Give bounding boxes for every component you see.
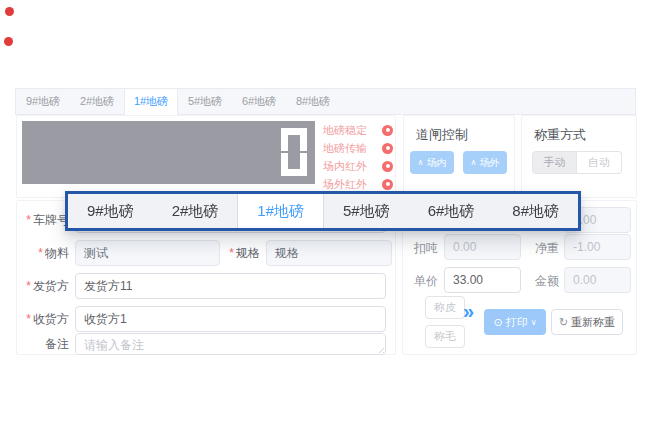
amount-label: 金额 bbox=[521, 273, 559, 290]
caret-down-icon: ∨ bbox=[531, 318, 537, 327]
overlay-tab-scale-5[interactable]: 5#地磅 bbox=[324, 194, 409, 228]
tab-bar-filler bbox=[340, 89, 635, 115]
material-label: 物料 bbox=[45, 246, 69, 260]
tab-magnifier-overlay: 9#地磅 2#地磅 1#地磅 5#地磅 6#地磅 8#地磅 bbox=[65, 191, 581, 231]
shipper-row: *发货方 bbox=[17, 273, 395, 299]
weigh-mode-card: 称重方式 手动 自动 bbox=[521, 115, 637, 198]
gate-outer-button[interactable]: ∧ 场外 bbox=[463, 151, 507, 174]
spec-input[interactable] bbox=[266, 240, 392, 266]
remark-row: 备注 bbox=[17, 332, 395, 356]
status-infrared-inner: 场内红外 bbox=[323, 157, 393, 175]
gate-inner-button[interactable]: ∧ 场内 bbox=[410, 151, 454, 174]
weighbridge-app: 9#地磅 2#地磅 1#地磅 5#地磅 6#地磅 8#地磅 0 地磅稳定 地磅传… bbox=[0, 0, 650, 430]
red-indicator-dot bbox=[4, 37, 13, 46]
overlay-tab-scale-6[interactable]: 6#地磅 bbox=[409, 194, 494, 228]
refresh-icon: ↻ bbox=[559, 316, 568, 329]
red-indicator-dot bbox=[5, 7, 14, 16]
receiver-label: 收货方 bbox=[33, 312, 69, 326]
overlay-tab-scale-2[interactable]: 2#地磅 bbox=[153, 194, 238, 228]
weigh-gross-button[interactable]: 称毛 bbox=[425, 325, 465, 348]
plate-label: 车牌号 bbox=[33, 213, 69, 227]
print-button[interactable]: ⊙ 打印 ∨ bbox=[484, 309, 546, 335]
tab-scale-6[interactable]: 6#地磅 bbox=[232, 89, 286, 115]
weigh-tare-button[interactable]: 称皮 bbox=[425, 296, 465, 319]
tab-scale-1-active[interactable]: 1#地磅 bbox=[124, 89, 178, 115]
status-scale-stable: 地磅稳定 bbox=[323, 121, 393, 139]
overlay-tab-scale-9[interactable]: 9#地磅 bbox=[68, 194, 153, 228]
amount-input[interactable] bbox=[564, 267, 631, 293]
scale-tab-bar: 9#地磅 2#地磅 1#地磅 5#地磅 6#地磅 8#地磅 bbox=[15, 88, 636, 115]
deduct-input[interactable] bbox=[444, 234, 521, 260]
status-error-icon bbox=[382, 125, 393, 136]
tab-scale-8[interactable]: 8#地磅 bbox=[286, 89, 340, 115]
weigh-mode-manual[interactable]: 手动 bbox=[532, 151, 577, 174]
tab-scale-5[interactable]: 5#地磅 bbox=[178, 89, 232, 115]
overlay-tab-scale-1-active[interactable]: 1#地磅 bbox=[237, 194, 324, 228]
double-chevron-right-icon: » bbox=[463, 300, 474, 323]
price-input[interactable] bbox=[444, 267, 521, 293]
tab-scale-2[interactable]: 2#地磅 bbox=[70, 89, 124, 115]
tab-scale-9[interactable]: 9#地磅 bbox=[16, 89, 70, 115]
remark-label: 备注 bbox=[17, 336, 69, 353]
price-label: 单价 bbox=[403, 273, 438, 290]
remark-textarea[interactable] bbox=[75, 333, 386, 355]
status-scale-transmit: 地磅传输 bbox=[323, 139, 393, 157]
printer-icon: ⊙ bbox=[493, 316, 502, 329]
receiver-row: *收货方 bbox=[17, 306, 395, 332]
material-spec-row: *物料 *规格 bbox=[17, 240, 395, 266]
status-error-icon bbox=[382, 179, 393, 190]
status-error-icon bbox=[382, 143, 393, 154]
caret-up-icon: ∧ bbox=[471, 158, 477, 167]
weight-lcd-display: 0 bbox=[22, 121, 315, 184]
material-input[interactable] bbox=[75, 240, 220, 266]
deduct-label: 扣吨 bbox=[403, 240, 438, 257]
weigh-mode-toggle: 手动 自动 bbox=[532, 151, 622, 174]
status-error-icon bbox=[382, 161, 393, 172]
price-amount-row: 单价 金额 bbox=[403, 267, 636, 293]
net-input[interactable] bbox=[564, 234, 631, 260]
seven-segment-digit: 0 bbox=[281, 128, 307, 176]
weigh-mode-title: 称重方式 bbox=[534, 126, 586, 144]
shipper-input[interactable] bbox=[75, 273, 386, 299]
net-label: 净重 bbox=[521, 240, 559, 257]
shipper-label: 发货方 bbox=[33, 279, 69, 293]
reweigh-button[interactable]: ↻ 重新称重 bbox=[551, 309, 623, 335]
gate-control-title: 道闸控制 bbox=[416, 126, 468, 144]
deduct-net-row: 扣吨 净重 bbox=[403, 234, 636, 260]
caret-up-icon: ∧ bbox=[418, 158, 424, 167]
status-indicator-list: 地磅稳定 地磅传输 场内红外 场外红外 bbox=[323, 121, 393, 193]
receiver-input[interactable] bbox=[75, 306, 386, 332]
weight-display-card: 0 地磅稳定 地磅传输 场内红外 场外红外 bbox=[16, 115, 396, 198]
spec-label: 规格 bbox=[236, 246, 260, 260]
overlay-tab-scale-8[interactable]: 8#地磅 bbox=[493, 194, 578, 228]
weigh-mode-auto[interactable]: 自动 bbox=[577, 151, 622, 174]
gate-control-card: 道闸控制 ∧ 场内 ∧ 场外 bbox=[403, 115, 515, 198]
